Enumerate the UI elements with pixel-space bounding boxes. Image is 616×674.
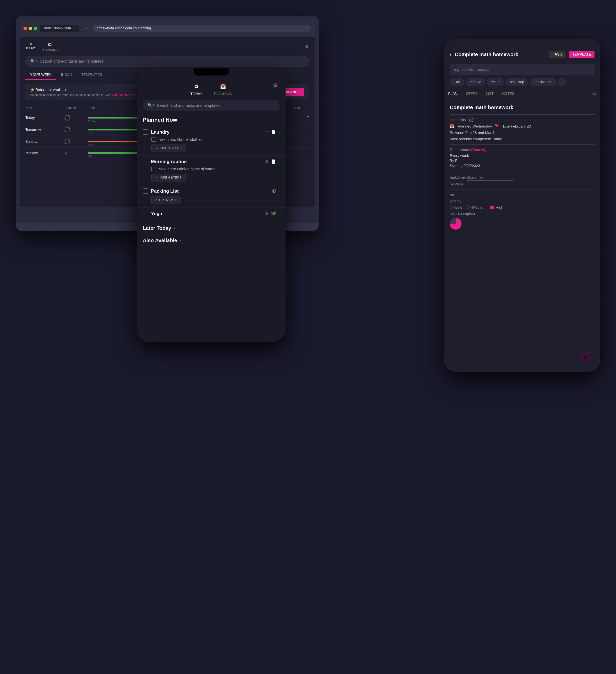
browser-dots [23,27,37,30]
also-available-label: Also Available [143,237,177,243]
tab-list[interactable]: LIST [482,89,498,99]
nav-planning[interactable]: 📅 PLANNING [42,41,58,52]
half-circle-icon [272,189,276,193]
later-today-section[interactable]: Later Today › [137,222,285,234]
sync-icon: ⟳ [265,159,269,164]
task-name-packing: Packing List [151,188,270,194]
task-button[interactable]: TASK [549,51,566,58]
nav-today[interactable]: TODAY [25,43,36,50]
tab-your-week[interactable]: YOUR WEEK [25,71,56,80]
browser-minimize-dot[interactable] [28,27,32,30]
subtask-checkbox-morning[interactable] [151,166,156,171]
phone-gear-icon[interactable]: ⚙ [273,82,278,89]
subtask-row-morning: Next step: Drink a glass of water [143,166,280,171]
chevron-right-icon[interactable]: › [278,211,280,216]
row-date-sunday: Sunday [25,140,65,144]
chevron-right-icon[interactable]: › [278,189,280,194]
leaf-icon: 🌿 [271,211,276,216]
minutes-label: tes to complete [450,212,595,216]
chevron-right-icon[interactable]: › [278,159,280,164]
recurrence-label: Recurrence (Remove) [450,148,595,152]
chip-remove[interactable]: remove [466,78,485,86]
search-bar[interactable]: 🔍+ Search and add tasks and templates [25,56,309,67]
phone-center-body: ✿ TODAY 📅 PLANNING ⚙ 🔍+ Search and add t… [137,69,285,342]
task-icons-yoga: ⟳ 🌿 › [265,211,280,216]
also-available-section[interactable]: Also Available › [137,234,285,247]
chip-add-list-item[interactable]: add list item [530,78,556,86]
task-title-field[interactable]: Complete math homework [450,103,595,115]
app-nav: TODAY 📅 PLANNING ⚙ [20,37,315,56]
later-today-label: Later Today [143,225,171,231]
priority-radio-medium[interactable] [467,206,471,210]
tab-inbox[interactable]: INBOX [56,71,77,80]
settings-icon[interactable]: ⚙ [305,44,309,49]
remove-recurrence-link[interactable]: (Remove) [470,148,486,152]
back-button[interactable]: ‹ [450,51,452,58]
calendar-icon: 📅 [46,41,53,48]
search-placeholder: Search and add tasks and templates [40,59,104,64]
meta-last-completed: Most recently completed: Today [450,137,595,141]
also-available-chevron-icon: › [179,238,181,243]
task-yoga: Yoga ⟳ 🌿 › [137,208,285,222]
tab-title: Indie Bloom Beta [44,26,71,30]
flower-logo-button[interactable]: ✿ [579,350,593,364]
row-balance-tomorrow [65,127,88,132]
open-steps-button-laundry[interactable]: ↔ OPEN STEPS [151,144,186,152]
browser-maximize-dot[interactable] [34,27,37,30]
row-balance-sunday [65,139,88,144]
phone-nav: ✿ TODAY 📅 PLANNING ⚙ [137,78,285,98]
priority-medium-label: Medium [472,205,486,210]
rebalance-link[interactable]: your preferences [112,93,134,96]
priority-high[interactable]: High [490,205,503,210]
tab-steps[interactable]: STEPS [462,89,482,99]
priority-medium[interactable]: Medium [467,205,486,210]
chevron-right-icon[interactable]: › [278,130,280,134]
priority-radio-low[interactable] [450,206,454,210]
priority-radio-high[interactable] [490,206,494,210]
priority-section-label: Priority [450,199,595,203]
rebalance-subtitle: Automatically rebalance your task schedu… [30,93,135,96]
task-checkbox-packing[interactable] [143,188,148,194]
meta-planned: 📅 Planned Wednesday 🚩 Due February 23 [450,124,595,129]
open-list-button-packing[interactable]: ≡ OPEN LIST [151,196,180,204]
url-bar[interactable]: https://beta.indiebloom.co/planning [93,25,311,32]
chip-l[interactable]: l [558,78,566,86]
phone-calendar-icon: 📅 [219,82,227,91]
tab-templates[interactable]: TEMPLATES [77,71,107,80]
row-date-tomorrow: Tomorrow [25,128,65,132]
subtask-checkbox-laundry[interactable] [151,137,156,142]
tab-gear-icon[interactable]: ⚙ [588,89,600,99]
phone-nav-today-label: TODAY [191,92,202,96]
task-name-laundry: Laundry [151,129,263,135]
chip-plan[interactable]: plan [450,78,464,86]
new-tab-icon[interactable]: + [82,26,90,31]
phone-right-body: ‹ Complete math homework TASK TEMPLATE e… [444,39,600,372]
task-checkbox-laundry[interactable] [143,129,148,135]
tab-notes[interactable]: NOTES [498,89,519,99]
template-button[interactable]: TEMPLATE [569,51,595,58]
command-bar[interactable]: e.g. plan for tuesday [450,64,595,75]
info-icon: i [469,118,473,122]
default-time-input[interactable] [467,175,513,181]
priority-low[interactable]: Low [450,205,462,210]
phone-search-icon: 🔍+ [147,103,155,108]
task-checkbox-morning[interactable] [143,159,148,164]
task-checkbox-yoga[interactable] [143,211,148,216]
balance-circle-icon [65,139,70,144]
browser-close-dot[interactable] [23,27,27,30]
browser-tab[interactable]: Indie Bloom Beta ✕ [40,25,79,32]
meta-planned-text: Planned Wednesday [458,124,492,128]
nav-today-label: TODAY [25,46,36,50]
rp-page-title: Complete math homework [455,51,546,58]
priority-high-label: High [496,205,503,210]
task-icons-packing: › [272,189,280,194]
phone-search-bar[interactable]: 🔍+ Search and add tasks and templates [143,100,280,111]
phone-nav-planning[interactable]: 📅 PLANNING [214,82,232,96]
phone-nav-today[interactable]: ✿ TODAY [191,82,202,96]
open-steps-button-morning[interactable]: ↔ OPEN STEPS [151,174,186,182]
today-dot-icon [29,43,32,45]
chip-next-step[interactable]: next step [506,78,528,86]
chip-recurs[interactable]: recurs [487,78,504,86]
tab-plan[interactable]: PLAN [444,89,462,99]
tab-close-icon[interactable]: ✕ [73,27,75,30]
